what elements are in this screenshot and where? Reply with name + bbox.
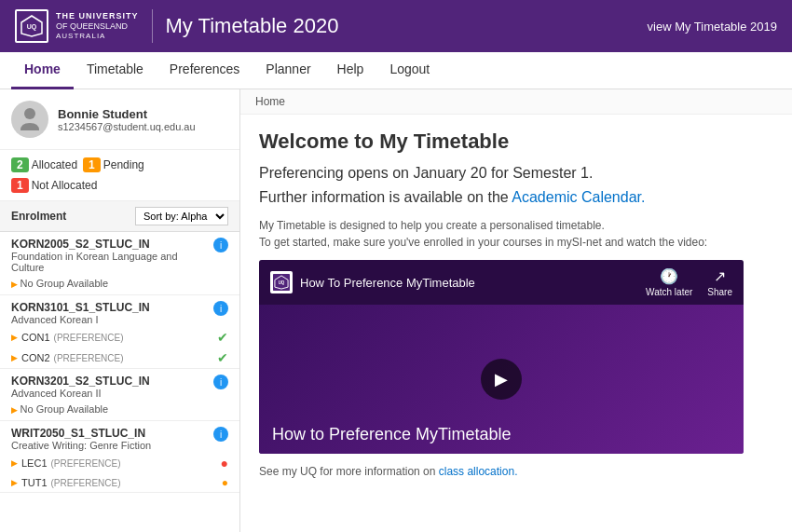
user-info-section: Bonnie Student s1234567@student.uq.edu.a… xyxy=(0,89,239,150)
video-logo-icon: UQ xyxy=(270,271,293,293)
status-badges: 2 Allocated 1 Pending 1 Not Allocated xyxy=(0,150,239,201)
share-button[interactable]: ↗ Share xyxy=(707,267,732,297)
pending-badge: 1 Pending xyxy=(83,157,144,172)
course-korn2005: KORN2005_S2_STLUC_IN Foundation in Korea… xyxy=(0,232,239,295)
further-info-prefix: Further information is available on the xyxy=(259,189,512,205)
course-korn3101-code: KORN3101_S1_STLUC_IN xyxy=(11,301,150,314)
lec1-status-icon: ● xyxy=(221,456,228,471)
svg-text:UQ: UQ xyxy=(27,23,37,31)
lec1-name: LEC1 xyxy=(21,457,48,469)
nav-planner[interactable]: Planner xyxy=(253,52,323,89)
tut1-arrow-icon: ▶ xyxy=(11,478,18,487)
main-container: Bonnie Student s1234567@student.uq.edu.a… xyxy=(0,89,792,532)
enrolment-label: Enrolment xyxy=(11,210,66,223)
academic-calendar-link[interactable]: Academic Calendar. xyxy=(512,189,645,205)
course-korn3101-header: KORN3101_S1_STLUC_IN Advanced Korean I i xyxy=(0,295,239,327)
class-lec1: ▶ LEC1 (PREFERENCE) ● xyxy=(0,453,239,473)
con1-name: CON1 xyxy=(21,332,50,343)
course-korn3201-info-icon[interactable]: i xyxy=(213,375,228,389)
course-korn3101: KORN3101_S1_STLUC_IN Advanced Korean I i… xyxy=(0,295,239,369)
video-header-right: 🕐 Watch later ↗ Share xyxy=(646,267,732,297)
lec1-pref: (PREFERENCE) xyxy=(51,458,121,469)
nav-help[interactable]: Help xyxy=(324,52,377,89)
class-allocation-link[interactable]: class allocation. xyxy=(439,465,518,478)
footer-note: See my UQ for more information on class … xyxy=(259,465,773,478)
app-header: UQ THE UNIVERSITY OF QUEENSLAND AUSTRALI… xyxy=(0,0,792,52)
header-left: UQ THE UNIVERSITY OF QUEENSLAND AUSTRALI… xyxy=(15,9,338,43)
con2-pref: (PREFERENCE) xyxy=(54,353,124,363)
desc2: To get started, make sure you've enrolle… xyxy=(259,236,773,249)
allocated-label: Allocated xyxy=(32,158,77,171)
tut1-name: TUT1 xyxy=(21,477,48,488)
con1-arrow-icon: ▶ xyxy=(11,333,18,342)
page-title: My Timetable 2020 xyxy=(166,14,339,38)
course-korn2005-name: Foundation in Korean Language and Cultur… xyxy=(11,251,213,273)
enrolment-header: Enrolment Sort by: Alpha xyxy=(0,201,239,232)
nav-logout[interactable]: Logout xyxy=(376,52,443,89)
course-korn3201: KORN3201_S2_STLUC_IN Advanced Korean II … xyxy=(0,369,239,421)
university-name: THE UNIVERSITY OF QUEENSLAND AUSTRALIA xyxy=(56,11,139,41)
con2-name: CON2 xyxy=(21,352,50,363)
con1-status-icon: ✔ xyxy=(217,330,228,345)
pending-count: 1 xyxy=(83,157,101,172)
tut1-status-icon: ● xyxy=(222,476,228,489)
course-korn2005-code: KORN2005_S2_STLUC_IN xyxy=(11,238,213,251)
class-con1: ▶ CON1 (PREFERENCE) ✔ xyxy=(0,327,239,348)
play-button[interactable]: ▶ xyxy=(481,359,522,400)
content-area: Welcome to My Timetable Preferencing ope… xyxy=(240,115,792,532)
allocated-count: 2 xyxy=(11,157,29,172)
lec1-arrow-icon: ▶ xyxy=(11,458,18,468)
svg-text:UQ: UQ xyxy=(279,280,285,285)
nav-preferences[interactable]: Preferences xyxy=(157,52,253,89)
user-details: Bonnie Student s1234567@student.uq.edu.a… xyxy=(58,107,196,132)
class-tut1: ▶ TUT1 (PREFERENCE) ● xyxy=(0,473,239,492)
korn3201-no-group: No Group Available xyxy=(0,401,239,420)
con2-status-icon: ✔ xyxy=(217,350,228,365)
clock-icon: 🕐 xyxy=(660,267,678,285)
course-writ2050-header: WRIT2050_S1_STLUC_IN Creative Writing: G… xyxy=(0,421,239,453)
view-2019-link[interactable]: view My Timetable 2019 xyxy=(648,20,777,34)
course-korn2005-info-icon[interactable]: i xyxy=(213,238,228,252)
sort-select[interactable]: Sort by: Alpha xyxy=(135,207,228,225)
con1-pref: (PREFERENCE) xyxy=(54,333,124,343)
sidebar: Bonnie Student s1234567@student.uq.edu.a… xyxy=(0,89,240,532)
class-con2: ▶ CON2 (PREFERENCE) ✔ xyxy=(0,348,239,368)
course-korn2005-header: KORN2005_S2_STLUC_IN Foundation in Korea… xyxy=(0,232,239,275)
video-header: UQ How To Preference MyTimetable 🕐 Watch… xyxy=(259,260,744,305)
user-email: s1234567@student.uq.edu.au xyxy=(58,121,196,132)
avatar xyxy=(11,101,48,138)
main-nav: Home Timetable Preferences Planner Help … xyxy=(0,52,792,89)
breadcrumb: Home xyxy=(240,89,792,115)
course-korn3101-info-icon[interactable]: i xyxy=(213,301,228,316)
not-allocated-count: 1 xyxy=(11,178,29,193)
course-writ2050-info-icon[interactable]: i xyxy=(213,427,228,442)
watch-later-button[interactable]: 🕐 Watch later xyxy=(646,267,692,297)
course-writ2050-code: WRIT2050_S1_STLUC_IN xyxy=(11,427,151,440)
pending-label: Pending xyxy=(103,158,144,171)
not-allocated-label: Not Allocated xyxy=(32,179,98,192)
footer-prefix: See my UQ for more information on xyxy=(259,465,439,478)
main-content: Home Welcome to My Timetable Preferencin… xyxy=(240,89,792,532)
header-right: view My Timetable 2019 xyxy=(648,20,777,34)
nav-timetable[interactable]: Timetable xyxy=(74,52,157,89)
korn2005-no-group: No Group Available xyxy=(0,275,239,294)
video-container: UQ How To Preference MyTimetable 🕐 Watch… xyxy=(259,260,744,454)
video-header-left: UQ How To Preference MyTimetable xyxy=(270,271,475,293)
video-title: How To Preference MyTimetable xyxy=(300,276,475,290)
course-writ2050: WRIT2050_S1_STLUC_IN Creative Writing: G… xyxy=(0,421,239,493)
svg-point-3 xyxy=(24,108,35,119)
con2-arrow-icon: ▶ xyxy=(11,353,18,362)
course-korn3201-code: KORN3201_S2_STLUC_IN xyxy=(11,375,150,388)
course-korn3201-name: Advanced Korean II xyxy=(11,388,150,399)
video-body[interactable]: ▶ How to Preference MyTimetable xyxy=(259,305,744,454)
further-info-text: Further information is available on the … xyxy=(259,189,773,206)
course-writ2050-name: Creative Writing: Genre Fiction xyxy=(11,440,151,451)
course-korn3201-header: KORN3201_S2_STLUC_IN Advanced Korean II … xyxy=(0,369,239,401)
course-korn3101-name: Advanced Korean I xyxy=(11,314,150,325)
uq-logo: UQ THE UNIVERSITY OF QUEENSLAND AUSTRALI… xyxy=(15,9,153,43)
watch-later-label: Watch later xyxy=(646,287,692,297)
nav-home[interactable]: Home xyxy=(11,52,74,89)
desc1: My Timetable is designed to help you cre… xyxy=(259,219,773,232)
tut1-pref: (PREFERENCE) xyxy=(51,478,121,488)
pref-open-text: Preferencing opens on January 20 for Sem… xyxy=(259,165,773,182)
